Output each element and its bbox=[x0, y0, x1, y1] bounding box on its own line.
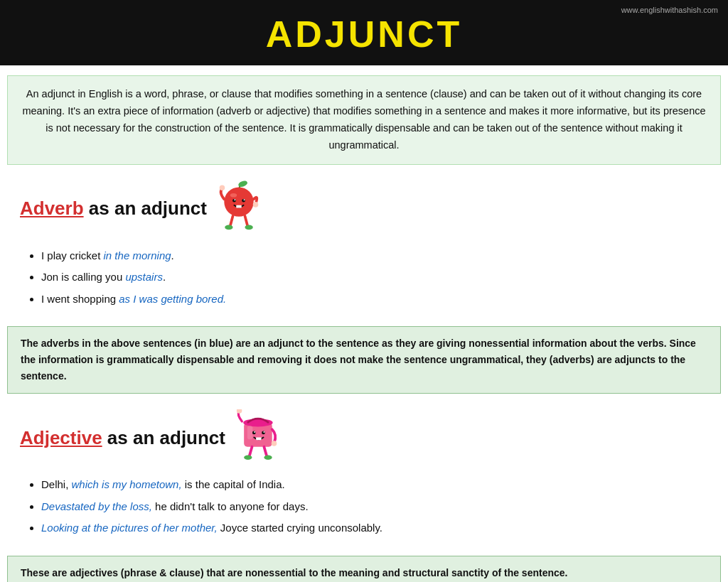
svg-rect-8 bbox=[236, 205, 242, 208]
bullet-highlight: in the morning bbox=[104, 249, 171, 262]
list-item: Delhi, which is my hometown, is the capi… bbox=[41, 475, 708, 495]
adjective-heading-red: Adjective bbox=[20, 427, 102, 448]
svg-point-9 bbox=[220, 185, 225, 190]
adjective-heading: Adjective as an adjunct bbox=[20, 409, 708, 466]
svg-point-2 bbox=[224, 187, 253, 216]
svg-rect-16 bbox=[247, 426, 253, 440]
intro-text: An adjunct in English is a word, phrase,… bbox=[22, 88, 705, 151]
bucket-cartoon-icon bbox=[232, 409, 282, 466]
adverb-section: Adverb as an adjunct bbox=[7, 172, 721, 318]
adjective-bullet-list: Delhi, which is my hometown, is the capi… bbox=[20, 475, 708, 539]
svg-point-17 bbox=[252, 431, 256, 435]
adjective-heading-black: as an adjunct bbox=[102, 427, 225, 448]
svg-point-4 bbox=[232, 199, 236, 203]
bullet-text: Jon is calling you bbox=[41, 271, 125, 283]
bullet-text: . bbox=[171, 249, 174, 262]
adverb-heading-text: Adverb as an adjunct bbox=[20, 198, 207, 220]
list-item: Looking at the pictures of her mother, J… bbox=[41, 518, 708, 539]
svg-point-12 bbox=[245, 225, 252, 230]
list-item: I play cricket in the morning. bbox=[41, 246, 708, 266]
adverb-heading-red: Adverb bbox=[20, 198, 84, 219]
adjective-heading-text: Adjective as an adjunct bbox=[20, 427, 225, 449]
bullet-text: . bbox=[163, 271, 166, 283]
adjective-section: Adjective as an adjunct bbox=[7, 401, 721, 547]
svg-point-23 bbox=[244, 456, 252, 460]
svg-point-22 bbox=[272, 441, 277, 447]
intro-box: An adjunct in English is a word, phrase,… bbox=[7, 75, 721, 165]
list-item: Jon is calling you upstairs. bbox=[41, 267, 708, 288]
bullet-text: Joyce started crying unconsolably. bbox=[218, 522, 382, 534]
adverb-heading-black: as an adjunct bbox=[84, 198, 207, 219]
adjective-info-box: These are adjectives (phrase & clause) t… bbox=[7, 556, 721, 582]
adverb-info-text: The adverbs in the above sentences (in b… bbox=[21, 338, 696, 382]
bullet-text: I went shopping bbox=[41, 293, 119, 305]
svg-point-19 bbox=[254, 432, 255, 433]
adjective-info-text: These are adjectives (phrase & clause) t… bbox=[21, 567, 567, 578]
bullet-text: he didn't talk to anyone for days. bbox=[152, 500, 309, 512]
svg-point-7 bbox=[244, 199, 245, 200]
header: ADJUNCT www.englishwithashish.com bbox=[0, 0, 728, 65]
list-item: Devastated by the loss, he didn't talk t… bbox=[41, 497, 708, 517]
bullet-text: I play cricket bbox=[41, 249, 104, 262]
list-item: I went shopping as I was getting bored. bbox=[41, 289, 708, 310]
svg-point-10 bbox=[253, 202, 259, 208]
svg-point-20 bbox=[263, 432, 264, 433]
apple-cartoon-icon bbox=[214, 180, 264, 237]
svg-point-11 bbox=[225, 225, 232, 230]
bullet-highlight: which is my hometown, bbox=[72, 478, 182, 490]
bullet-highlight: Looking at the pictures of her mother, bbox=[41, 522, 218, 534]
adverb-bullet-list: I play cricket in the morning. Jon is ca… bbox=[20, 246, 708, 310]
bullet-highlight: upstairs bbox=[125, 271, 163, 283]
page-title: ADJUNCT bbox=[7, 13, 721, 55]
bullet-text: is the capital of India. bbox=[182, 478, 285, 490]
bullet-text: Delhi, bbox=[41, 478, 72, 490]
bullet-highlight: Devastated by the loss, bbox=[41, 500, 152, 512]
svg-point-24 bbox=[264, 456, 272, 460]
svg-point-18 bbox=[262, 431, 265, 435]
adverb-info-box: The adverbs in the above sentences (in b… bbox=[7, 326, 721, 394]
adverb-heading: Adverb as an adjunct bbox=[20, 180, 708, 237]
svg-point-3 bbox=[230, 193, 237, 198]
svg-rect-21 bbox=[256, 438, 262, 441]
svg-point-6 bbox=[234, 199, 235, 200]
bullet-highlight: as I was getting bored. bbox=[119, 293, 226, 305]
watermark: www.englishwithashish.com bbox=[621, 6, 718, 14]
svg-point-5 bbox=[242, 199, 245, 203]
